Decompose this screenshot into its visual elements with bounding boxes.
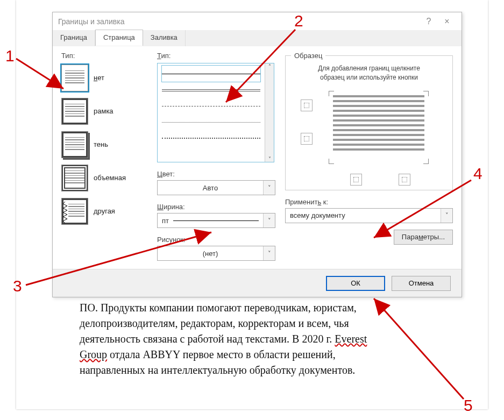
close-button[interactable]: × xyxy=(438,14,456,29)
color-label: Цвет: xyxy=(157,170,275,178)
chevron-down-icon: ˅ xyxy=(263,213,275,227)
annotation-2: 2 xyxy=(294,12,303,30)
art-label: Рисунок: xyxy=(157,236,275,244)
width-label: Ширина: xyxy=(157,203,275,211)
color-dropdown[interactable]: Авто ˅ xyxy=(157,180,275,195)
type-icon-none xyxy=(61,65,88,91)
color-value: Авто xyxy=(158,184,263,192)
text-line: ПО. Продукты компании помогают переводчи… xyxy=(80,302,357,314)
text-line: делопроизводителям, редакторам, корректо… xyxy=(80,317,349,329)
text-line: отдала ABBYY первое место в области реше… xyxy=(107,348,336,360)
cancel-button[interactable]: Отмена xyxy=(392,276,451,291)
document-body-text: ПО. Продукты компании помогают переводчи… xyxy=(80,300,467,378)
help-button[interactable]: ? xyxy=(420,14,438,29)
type-icon-shadow xyxy=(61,131,88,158)
type-icon-box xyxy=(61,98,88,125)
annotation-3: 3 xyxy=(13,277,22,295)
type-option-none[interactable]: нет xyxy=(61,63,147,92)
type-option-label: тень xyxy=(94,140,108,148)
width-dropdown[interactable]: пт ˅ xyxy=(157,213,275,228)
tab-shading[interactable]: Заливка xyxy=(143,30,186,46)
style-column: Тип: ˄˅ Цвет: Авто ˅ Ширина: пт ˅ xyxy=(157,52,275,269)
preview-fieldset: Образец Для добавления границ щелкните о… xyxy=(285,52,453,190)
annotation-1: 1 xyxy=(5,47,15,65)
tab-border[interactable]: Граница xyxy=(53,30,95,46)
type-icon-custom xyxy=(61,198,88,225)
text-underlined: Group xyxy=(80,348,107,360)
borders-shading-dialog: Границы и заливка ? × Граница Страница З… xyxy=(52,12,462,297)
type-option-label: другая xyxy=(94,207,115,215)
width-value: пт xyxy=(162,217,169,225)
type-option-box[interactable]: рамка xyxy=(61,96,147,126)
art-value: (нет) xyxy=(158,250,263,258)
apply-to-value: всему документу xyxy=(286,211,441,219)
preview-box[interactable] xyxy=(291,88,447,184)
chevron-down-icon: ˅ xyxy=(263,246,275,260)
dialog-titlebar: Границы и заливка ? × xyxy=(53,12,462,30)
border-right-toggle[interactable] xyxy=(399,174,410,186)
text-line: направленных на интеллектуальную обработ… xyxy=(80,364,355,376)
dialog-title: Границы и заливка xyxy=(58,17,124,26)
scrollbar[interactable]: ˄˅ xyxy=(265,63,274,162)
border-bottom-toggle[interactable] xyxy=(301,133,313,145)
annotation-4: 4 xyxy=(473,165,482,183)
ok-button[interactable]: ОК xyxy=(326,276,385,291)
art-dropdown[interactable]: (нет) ˅ xyxy=(157,246,275,261)
type-option-3d[interactable]: объемная xyxy=(61,163,147,193)
preview-legend: Образец xyxy=(291,52,325,60)
dialog-tabs: Граница Страница Заливка xyxy=(53,30,462,46)
line-style-list[interactable]: ˄˅ xyxy=(157,63,274,162)
dialog-footer: ОК Отмена xyxy=(53,269,462,297)
type-option-label: объемная xyxy=(94,174,126,182)
chevron-down-icon: ˅ xyxy=(441,209,452,223)
chevron-down-icon: ˅ xyxy=(263,181,275,195)
apply-to-label: Применить к: xyxy=(285,198,453,206)
type-icon-3d xyxy=(61,165,88,191)
apply-to-dropdown[interactable]: всему документу ˅ xyxy=(285,208,453,223)
line-type-label: Тип: xyxy=(157,52,275,60)
type-option-label: рамка xyxy=(94,107,113,115)
text-line: деятельность связана с работой над текст… xyxy=(80,333,335,345)
type-option-custom[interactable]: другая xyxy=(61,196,147,226)
type-option-shadow[interactable]: тень xyxy=(61,130,147,159)
preview-column: Образец Для добавления границ щелкните о… xyxy=(285,52,453,269)
type-option-label: нет xyxy=(94,74,104,82)
options-button[interactable]: Параметры... xyxy=(394,230,453,245)
text-underlined: Everest xyxy=(335,333,367,345)
preview-document[interactable] xyxy=(333,95,424,160)
type-label: Тип: xyxy=(61,52,147,60)
annotation-5: 5 xyxy=(464,396,473,415)
border-left-toggle[interactable] xyxy=(350,174,362,186)
border-top-toggle[interactable] xyxy=(301,99,313,111)
setting-type-column: Тип: нет рамка тень xyxy=(61,52,147,269)
preview-hint: Для добавления границ щелкните образец и… xyxy=(291,64,447,82)
dialog-content: Тип: нет рамка тень xyxy=(53,46,462,269)
tab-page[interactable]: Страница xyxy=(95,30,143,46)
